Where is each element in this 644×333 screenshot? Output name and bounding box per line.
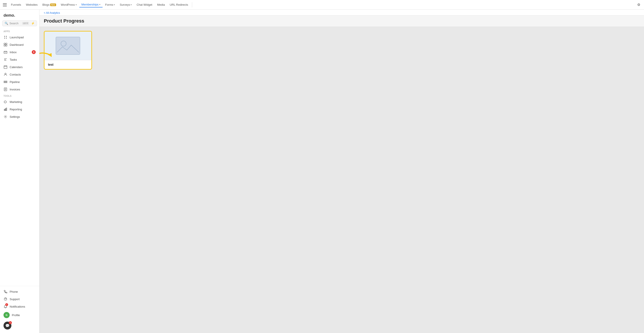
nav-item-chat-widget[interactable]: Chat Widget (134, 2, 154, 7)
search-shortcut: ctrl K (22, 22, 29, 25)
chat-bubble[interactable]: 💬 7 (4, 322, 12, 330)
svg-rect-18 (56, 37, 80, 54)
svg-rect-12 (4, 66, 7, 68)
nav-divider (192, 2, 192, 7)
sidebar-item-profile[interactable]: G Profile (0, 310, 39, 320)
reporting-icon (4, 107, 8, 111)
image-placeholder-svg (55, 36, 81, 56)
chat-bubble-badge: 7 (9, 321, 12, 324)
phone-label: Phone (10, 290, 36, 293)
sidebar-item-support[interactable]: Support (0, 295, 39, 303)
invoices-icon (4, 87, 8, 91)
chat-bubble-container[interactable]: 💬 7 (0, 320, 39, 331)
reporting-label: Reporting (10, 108, 36, 111)
search-label: Search (10, 22, 21, 25)
breadcrumb[interactable]: < All Analytics (40, 10, 644, 15)
sidebar-item-reporting[interactable]: Reporting (0, 105, 39, 113)
svg-point-13 (5, 73, 6, 74)
breadcrumb-back-label: < All Analytics (44, 11, 60, 14)
tasks-label: Tasks (10, 58, 36, 61)
page-title: Product Progress (44, 18, 640, 24)
search-bar[interactable]: 🔍 Search ctrl K ⚡ (2, 20, 37, 26)
sidebar-item-phone[interactable]: Phone (0, 288, 39, 295)
marketing-label: Marketing (10, 100, 36, 104)
bolt-icon: ⚡ (31, 22, 34, 25)
product-card-name: test (44, 60, 91, 69)
svg-rect-10 (6, 45, 7, 46)
sidebar-item-marketing[interactable]: Marketing (0, 98, 39, 105)
nav-item-forms[interactable]: Forms ▾ (103, 2, 117, 7)
tools-section-label: Tools (0, 93, 39, 98)
svg-point-16 (4, 298, 7, 300)
settings-icon (4, 115, 8, 119)
pipeline-label: Pipeline (10, 80, 36, 84)
sidebar-item-notifications[interactable]: 1 Notifications (0, 303, 39, 310)
search-icon: 🔍 (4, 22, 8, 25)
support-label: Support (10, 298, 36, 301)
sidebar-item-contacts[interactable]: Contacts (0, 71, 39, 78)
sidebar-item-pipeline[interactable]: Pipeline (0, 78, 39, 86)
svg-rect-7 (4, 43, 5, 44)
svg-rect-8 (6, 43, 7, 44)
profile-avatar: G (4, 312, 10, 318)
svg-point-5 (4, 38, 5, 38)
svg-point-15 (5, 116, 6, 117)
inbox-badge: 0 (32, 50, 36, 54)
svg-rect-9 (4, 45, 5, 46)
inbox-icon (4, 50, 8, 54)
calendars-label: Calendars (10, 65, 36, 69)
sidebar-item-dashboard[interactable]: Dashboard (0, 41, 39, 48)
sidebar-item-calendars[interactable]: Calendars (0, 63, 39, 71)
app-body: demo. 🔍 Search ctrl K ⚡ Apps Launchpad D… (0, 10, 644, 333)
product-card-image (44, 31, 91, 60)
svg-rect-0 (3, 3, 7, 4)
marketing-icon (4, 100, 8, 104)
nav-item-websites[interactable]: Websites (24, 2, 40, 7)
svg-point-3 (4, 36, 5, 37)
svg-rect-1 (3, 4, 7, 5)
sidebar-item-tasks[interactable]: Tasks (0, 56, 39, 63)
nav-item-memberships[interactable]: Memberships ▾ (79, 2, 102, 7)
page-header: Product Progress (40, 15, 644, 26)
contacts-label: Contacts (10, 73, 36, 76)
product-card[interactable]: test (44, 31, 92, 70)
settings-label: Settings (10, 115, 36, 118)
pipeline-icon (4, 80, 8, 84)
nav-item-funnels[interactable]: Funnels (9, 2, 23, 7)
main-content: < All Analytics Product Progress (40, 10, 644, 333)
sidebar-item-inbox[interactable]: Inbox 0 (0, 48, 39, 56)
sidebar: demo. 🔍 Search ctrl K ⚡ Apps Launchpad D… (0, 10, 40, 333)
profile-label: Profile (12, 314, 36, 317)
logo: demo. (0, 11, 39, 20)
inbox-label: Inbox (10, 50, 30, 54)
support-icon (4, 297, 8, 301)
svg-rect-2 (3, 6, 7, 6)
dashboard-label: Dashboard (10, 43, 36, 46)
gear-icon[interactable]: ⚙ (635, 1, 642, 8)
dashboard-icon (4, 43, 8, 47)
nav-item-blogs[interactable]: Blogs New (40, 2, 58, 7)
nav-item-wordpress[interactable]: WordPress ▾ (59, 2, 79, 7)
sidebar-item-settings[interactable]: Settings (0, 113, 39, 120)
calendars-icon (4, 65, 8, 69)
launchpad-icon (4, 35, 8, 39)
notifications-count: 1 (5, 303, 8, 306)
nav-item-url-redirects[interactable]: URL Redirects (168, 2, 190, 7)
contacts-icon (4, 72, 8, 76)
sidebar-item-invoices[interactable]: Invoices (0, 86, 39, 93)
nav-item-surveys[interactable]: Surveys ▾ (118, 2, 134, 7)
svg-point-6 (6, 38, 7, 38)
menu-icon[interactable] (2, 2, 8, 8)
invoices-label: Invoices (10, 88, 36, 91)
notifications-icon: 1 (4, 305, 8, 309)
top-nav: FunnelsWebsitesBlogs NewWordPress ▾Membe… (0, 0, 644, 10)
launchpad-label: Launchpad (10, 36, 36, 39)
sidebar-item-launchpad[interactable]: Launchpad (0, 33, 39, 41)
apps-section-label: Apps (0, 28, 39, 33)
nav-item-media[interactable]: Media (155, 2, 167, 7)
svg-point-4 (6, 36, 7, 37)
sidebar-bottom: Phone Support 1 Notifications G Profile (0, 286, 39, 331)
tasks-icon (4, 57, 8, 61)
phone-icon (4, 290, 8, 294)
content-area: test (40, 26, 644, 333)
